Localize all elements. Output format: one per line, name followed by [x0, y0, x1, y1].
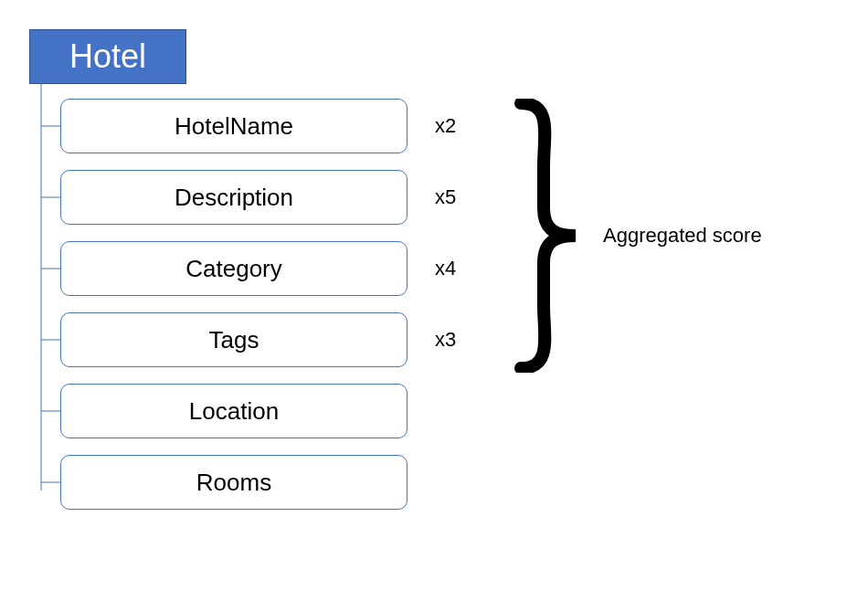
child-label: Tags [209, 326, 259, 354]
child-row: Description x5 [60, 170, 471, 225]
child-node-rooms: Rooms [60, 455, 408, 510]
child-nodes-container: HotelName x2 Description x5 Category x4 … [60, 99, 471, 526]
root-node-hotel: Hotel [29, 29, 186, 84]
child-label: Category [185, 255, 282, 283]
child-label: Description [175, 184, 293, 212]
multiplier-label: x3 [435, 328, 471, 352]
tree-connector-lines [40, 84, 62, 532]
child-row: Rooms [60, 455, 471, 510]
child-node-category: Category [60, 241, 408, 296]
child-node-tags: Tags [60, 312, 408, 367]
child-node-location: Location [60, 384, 408, 438]
multiplier-label: x4 [435, 257, 471, 280]
brace-icon [512, 99, 594, 373]
root-label: Hotel [69, 37, 146, 76]
aggregated-score-label: Aggregated score [603, 224, 762, 248]
child-label: Location [189, 397, 279, 426]
child-label: Rooms [196, 469, 271, 497]
child-row: HotelName x2 [60, 99, 471, 153]
multiplier-label: x5 [435, 185, 471, 209]
child-label: HotelName [175, 112, 293, 141]
child-row: Location [60, 384, 471, 438]
child-node-description: Description [60, 170, 408, 225]
child-row: Tags x3 [60, 312, 471, 367]
multiplier-label: x2 [435, 114, 471, 138]
child-node-hotelname: HotelName [60, 99, 408, 153]
child-row: Category x4 [60, 241, 471, 296]
